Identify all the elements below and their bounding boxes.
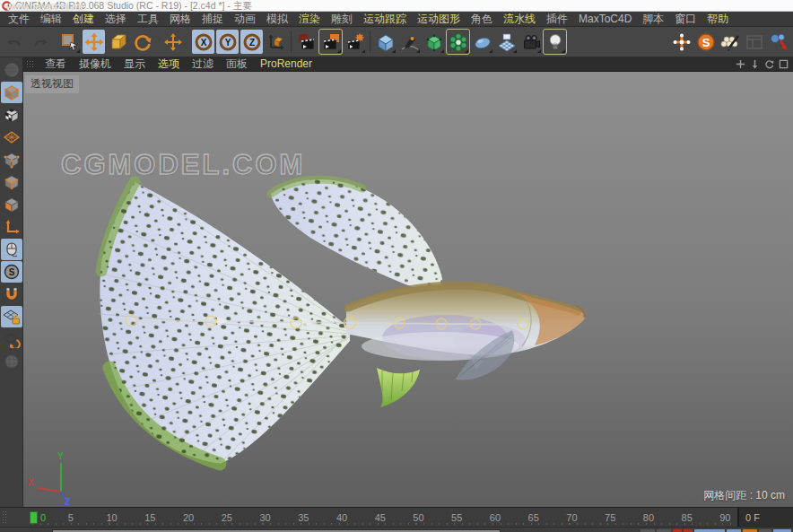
menu-maxtoc4d[interactable]: MaxToC4D [573, 12, 637, 26]
menu-mesh[interactable]: 网格 [164, 12, 196, 26]
panel-grip-icon[interactable] [26, 60, 35, 69]
axis-z-label: Z [65, 497, 70, 507]
svg-text:X: X [200, 38, 206, 48]
interface-paint-icon[interactable] [719, 30, 741, 54]
environment-object-icon[interactable] [471, 30, 493, 54]
camera-object-icon[interactable] [519, 30, 542, 54]
current-frame-field[interactable]: 0 F [737, 508, 793, 528]
menu-render[interactable]: 渲染 [293, 12, 326, 26]
points-mode-icon[interactable] [1, 149, 22, 170]
axis-modification-icon[interactable] [161, 30, 184, 54]
polygons-mode-icon[interactable] [1, 194, 22, 215]
menu-snap[interactable]: 捕捉 [196, 12, 229, 26]
vp-menu-cameras[interactable]: 摄像机 [73, 57, 118, 71]
render-to-picture-viewer-icon[interactable] [319, 30, 342, 54]
snap-magnet-icon[interactable] [1, 283, 22, 305]
svg-text:Z: Z [248, 38, 254, 48]
menu-file[interactable]: 文件 [3, 12, 35, 26]
subdivision-surface-icon[interactable] [423, 30, 445, 54]
undo-icon[interactable] [4, 30, 26, 54]
timeline-ruler[interactable]: 0 5 10 15 20 25 30 35 40 45 50 55 60 65 … [0, 507, 793, 527]
menu-sculpt[interactable]: 雕刻 [326, 12, 358, 26]
mode-sidebar: S [0, 57, 23, 507]
timeline-grip-icon[interactable] [2, 510, 8, 525]
interface-snap-icon[interactable]: S [694, 30, 717, 54]
work-area: S 查看 摄像机 显示 选项 过滤 面板 [0, 57, 793, 507]
menu-mograph[interactable]: 运动图形 [412, 12, 466, 26]
modeling-commands-icon[interactable] [447, 30, 469, 54]
menu-window[interactable]: 窗口 [669, 12, 702, 26]
menu-simulate[interactable]: 模拟 [261, 12, 293, 26]
dolly-view-icon[interactable] [750, 59, 760, 69]
coordinate-system-icon[interactable] [265, 30, 287, 54]
svg-text:Y: Y [224, 38, 231, 48]
ruler-tick-marks [32, 523, 754, 525]
lock-x-axis-button[interactable]: X [192, 30, 214, 54]
move-tool-icon[interactable] [83, 30, 105, 54]
lock-workplane-icon[interactable] [1, 306, 22, 327]
menu-pipeline[interactable]: 流水线 [498, 12, 541, 26]
main-toolbar: X Y Z [0, 27, 793, 57]
lock-y-axis-button[interactable]: Y [216, 30, 239, 54]
menu-select[interactable]: 选择 [100, 12, 132, 26]
enable-snap-icon[interactable]: S [1, 261, 22, 283]
fish-body [346, 283, 585, 361]
pen-spline-icon[interactable] [398, 30, 421, 54]
axis-x-label: X [28, 477, 34, 487]
vp-menu-options[interactable]: 选项 [152, 57, 186, 71]
menu-animate[interactable]: 动画 [229, 12, 261, 26]
anal-fin [377, 368, 420, 407]
interface-dynamics-icon[interactable] [767, 30, 789, 54]
svg-text:S: S [8, 267, 14, 277]
dorsal-fin [271, 179, 444, 298]
menu-help[interactable]: 帮助 [702, 12, 734, 26]
vp-menu-prorender[interactable]: ProRender [254, 57, 318, 71]
vp-menu-filter[interactable]: 过滤 [186, 57, 220, 71]
view-label[interactable]: 透视视图 [25, 75, 79, 93]
edit-render-settings-icon[interactable] [344, 30, 366, 54]
rotate-tool-icon[interactable] [131, 30, 153, 54]
interface-axis-icon[interactable] [670, 30, 693, 54]
vp-menu-display[interactable]: 显示 [118, 57, 152, 71]
vp-menu-view[interactable]: 查看 [39, 57, 73, 71]
viewport-menu-bar: 查看 摄像机 显示 选项 过滤 面板 ProRender [23, 57, 793, 72]
main-menu-bar: 文件 编辑 创建 选择 工具 网格 捕捉 动画 模拟 渲染 雕刻 运动跟踪 运动… [0, 12, 793, 27]
scale-tool-icon[interactable] [107, 30, 129, 54]
menu-character[interactable]: 角色 [466, 12, 498, 26]
menu-motion-tracker[interactable]: 运动跟踪 [358, 12, 412, 26]
texture-mode-icon[interactable] [1, 104, 22, 126]
lock-z-axis-button[interactable]: Z [240, 30, 263, 54]
view-sphere-icon[interactable] [1, 351, 22, 372]
live-selection-icon[interactable] [58, 30, 81, 54]
workplane-options-icon[interactable] [1, 328, 22, 350]
add-cube-primitive-icon[interactable] [374, 30, 396, 54]
redo-icon[interactable] [28, 30, 50, 54]
workplane-mode-icon[interactable] [1, 126, 22, 148]
edges-mode-icon[interactable] [1, 171, 22, 193]
menu-tools[interactable]: 工具 [132, 12, 164, 26]
render-view-icon[interactable] [295, 30, 318, 54]
floor-object-icon[interactable] [495, 30, 518, 54]
menu-plugins[interactable]: 插件 [541, 12, 573, 26]
toggle-view-icon[interactable] [779, 59, 789, 69]
viewport-solo-icon[interactable] [1, 239, 22, 260]
menu-script[interactable]: 脚本 [637, 12, 669, 26]
enable-axis-icon[interactable] [1, 216, 22, 238]
svg-text:S: S [702, 35, 710, 48]
perspective-viewport[interactable]: CGMODEL.COM [23, 72, 793, 507]
axis-y-label: Y [57, 451, 64, 461]
menu-edit[interactable]: 编辑 [35, 12, 67, 26]
interface-layout-icon[interactable] [743, 30, 765, 54]
overlay-watermark: www.dayanzai.me [6, 0, 86, 13]
menu-create[interactable]: 创建 [67, 12, 100, 26]
vp-menu-panel[interactable]: 面板 [220, 57, 254, 71]
model-mode-icon[interactable] [1, 82, 22, 103]
make-editable-icon[interactable] [1, 59, 22, 81]
transport-bar [0, 527, 793, 532]
rotate-view-icon[interactable] [764, 59, 774, 69]
fish-model-render: Y X Z [23, 72, 793, 507]
light-object-icon[interactable] [544, 30, 566, 54]
pan-view-icon[interactable] [736, 59, 745, 69]
viewport-nav-controls [736, 59, 793, 69]
title-bar[interactable]: CINEMA 4D R19.068 Studio (RC - R19) - [2… [0, 0, 793, 12]
